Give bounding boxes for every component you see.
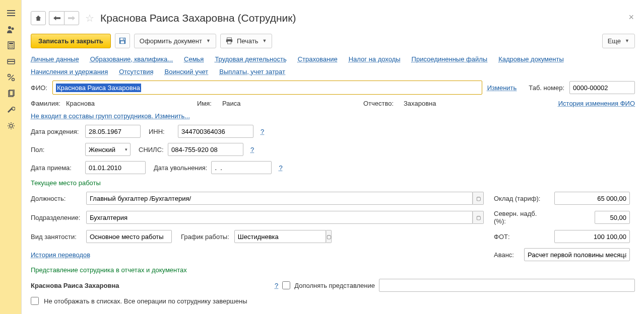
more-dropdown[interactable]: Еще▼ xyxy=(602,34,635,48)
fio-history-link[interactable]: История изменения ФИО xyxy=(558,100,635,107)
position-label: Должность: xyxy=(31,195,81,202)
svg-rect-23 xyxy=(120,41,124,43)
fot-label: ФОТ: xyxy=(494,233,549,241)
tab-accruals[interactable]: Начисления и удержания xyxy=(31,68,108,75)
inn-label: ИНН: xyxy=(149,128,174,135)
favorite-star-icon[interactable]: ☆ xyxy=(85,12,94,24)
svg-rect-25 xyxy=(227,38,232,40)
tab-absences[interactable]: Отсутствия xyxy=(119,68,153,75)
schedule-label: График работы: xyxy=(181,233,229,241)
name-label: Имя: xyxy=(197,100,217,107)
tab-payments[interactable]: Выплаты, учет затрат xyxy=(219,68,285,75)
transfer-history-link[interactable]: История переводов xyxy=(31,251,90,259)
gender-label: Пол: xyxy=(31,146,81,153)
patronymic-label: Отчество: xyxy=(363,100,399,107)
surname-value: Краснова xyxy=(66,100,192,107)
sidebar-wallet-icon[interactable] xyxy=(0,53,22,69)
toolbar: Записать и закрыть Оформить документ▼ Пе… xyxy=(31,33,635,48)
svg-rect-27 xyxy=(227,41,231,44)
dept-open-icon[interactable]: ▢ xyxy=(473,211,484,224)
emptype-input[interactable] xyxy=(86,230,172,243)
advance-input[interactable] xyxy=(524,248,630,261)
chevron-down-icon: ▼ xyxy=(262,38,267,43)
representation-section-title: Представление сотрудника в отчетах и док… xyxy=(31,266,635,274)
schedule-input[interactable] xyxy=(234,230,326,243)
patronymic-value: Захаровна xyxy=(404,100,553,107)
sidebar-menu-icon[interactable] xyxy=(0,5,22,21)
north-input[interactable] xyxy=(595,211,630,224)
inn-input[interactable] xyxy=(178,125,253,138)
schedule-open-icon[interactable]: ▢ xyxy=(326,230,332,243)
svg-point-10 xyxy=(9,47,10,48)
fire-input[interactable] xyxy=(211,161,272,174)
svg-point-20 xyxy=(10,124,13,127)
tab-no-input[interactable] xyxy=(569,81,635,94)
position-open-icon[interactable]: ▢ xyxy=(473,192,484,205)
sidebar-docs-icon[interactable] xyxy=(0,86,22,102)
fire-help-icon[interactable]: ? xyxy=(279,164,282,172)
dept-input[interactable] xyxy=(86,211,473,224)
svg-point-9 xyxy=(12,45,13,46)
svg-rect-14 xyxy=(8,61,15,62)
save-close-button[interactable]: Записать и закрыть xyxy=(31,34,111,48)
sidebar-gear-icon[interactable] xyxy=(0,118,22,134)
hire-input[interactable] xyxy=(85,161,146,174)
print-label: Печать xyxy=(237,37,259,45)
chevron-down-icon: ▼ xyxy=(625,38,629,43)
fot-input[interactable] xyxy=(554,230,630,243)
tab-hr-docs[interactable]: Кадровые документы xyxy=(498,55,564,63)
supplement-checkbox[interactable] xyxy=(282,281,290,289)
position-input[interactable] xyxy=(86,192,473,205)
fio-change-link[interactable]: Изменить xyxy=(487,84,517,92)
sidebar xyxy=(0,0,22,314)
tab-no-label: Таб. номер: xyxy=(529,84,564,92)
birth-input[interactable] xyxy=(85,125,141,138)
svg-point-12 xyxy=(12,47,13,48)
advance-label: Аванс: xyxy=(494,251,519,259)
hide-checkbox[interactable] xyxy=(31,297,39,305)
svg-rect-1 xyxy=(7,13,15,14)
tab-insurance[interactable]: Страхование xyxy=(298,55,338,63)
fio-input[interactable]: Краснова Раиса Захаровна xyxy=(52,81,482,95)
close-icon[interactable]: × xyxy=(628,12,634,23)
tab-files[interactable]: Присоединенные файлы xyxy=(412,55,488,63)
svg-rect-0 xyxy=(7,10,15,11)
svg-point-8 xyxy=(11,45,12,46)
supplement-input[interactable] xyxy=(379,279,635,292)
svg-point-16 xyxy=(12,78,14,81)
inn-help-icon[interactable]: ? xyxy=(261,128,264,135)
supplement-label: Дополнять представление xyxy=(294,282,375,289)
more-label: Еще xyxy=(608,37,621,45)
svg-rect-22 xyxy=(120,38,124,40)
title-row: ☆ Краснова Раиса Захаровна (Сотрудник) × xyxy=(31,11,635,25)
sidebar-people-icon[interactable] xyxy=(0,21,22,37)
save-button[interactable] xyxy=(115,33,130,48)
svg-rect-2 xyxy=(7,15,15,16)
hide-label: Не отображать в списках. Все операции по… xyxy=(44,297,247,305)
print-dropdown[interactable]: Печать▼ xyxy=(220,34,273,48)
workplace-section-title: Текущее место работы xyxy=(31,179,635,187)
gender-select[interactable] xyxy=(85,143,131,156)
tab-personal[interactable]: Личные данные xyxy=(31,55,79,63)
home-button[interactable] xyxy=(31,11,46,25)
create-doc-label: Оформить документ xyxy=(140,37,202,45)
tab-work[interactable]: Трудовая деятельность xyxy=(215,55,286,63)
main-content: ☆ Краснова Раиса Захаровна (Сотрудник) ×… xyxy=(22,0,644,314)
sidebar-percent-icon[interactable] xyxy=(0,69,22,86)
salary-input[interactable] xyxy=(554,192,630,205)
repr-help-icon[interactable]: ? xyxy=(275,282,278,289)
tab-family[interactable]: Семья xyxy=(184,55,204,63)
sidebar-calculator-icon[interactable] xyxy=(0,37,22,53)
tab-military[interactable]: Воинский учет xyxy=(165,68,209,75)
sidebar-wrench-icon[interactable] xyxy=(0,102,22,118)
tab-tax[interactable]: Налог на доходы xyxy=(349,55,401,63)
nav-back-button[interactable] xyxy=(49,11,64,25)
nav-forward-button[interactable] xyxy=(64,11,79,25)
birth-label: Дата рождения: xyxy=(31,128,81,135)
tab-education[interactable]: Образование, квалифика... xyxy=(90,55,173,63)
create-doc-dropdown[interactable]: Оформить документ▼ xyxy=(134,34,216,48)
snils-help-icon[interactable]: ? xyxy=(250,146,254,153)
groups-link[interactable]: Не входит в составы групп сотрудников. И… xyxy=(31,112,190,120)
snils-input[interactable] xyxy=(168,143,243,156)
surname-label: Фамилия: xyxy=(31,100,61,107)
